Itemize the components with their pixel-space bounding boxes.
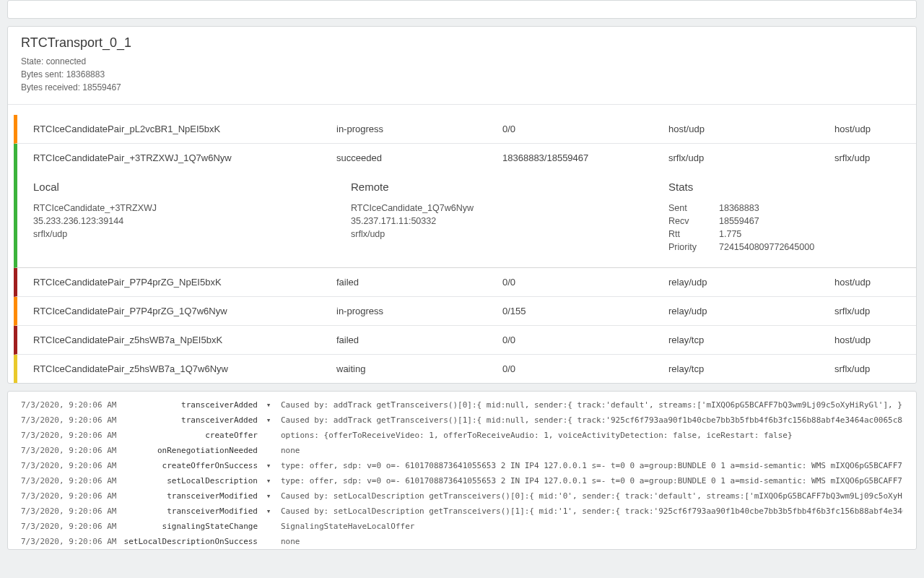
stat-val: 18368883 — [719, 202, 916, 215]
log-kind: transceiverModified — [121, 491, 258, 501]
pair-state: in-progress — [336, 124, 502, 134]
log-timestamp: 7/3/2020, 9:20:06 AM — [21, 506, 115, 516]
log-timestamp: 7/3/2020, 9:20:06 AM — [21, 537, 115, 546]
stat-val: 1.775 — [719, 228, 916, 241]
remote-candidate-type: srflx/udp — [351, 228, 668, 241]
stats-block: Stats Sent 18368883 Recv 18559467 Rtt 1.… — [668, 181, 916, 254]
pair-bytes: 0/0 — [502, 363, 668, 374]
pair-name: RTCIceCandidatePair_z5hsWB7a_1Q7w6Nyw — [33, 363, 336, 374]
pair-name: RTCIceCandidatePair_P7P4prZG_1Q7w6Nyw — [33, 306, 336, 316]
log-kind: createOffer — [121, 431, 258, 440]
log-row[interactable]: 7/3/2020, 9:20:06 AMcreateOfferOnSuccess… — [21, 458, 903, 473]
transport-card: RTCTransport_0_1 State: connected Bytes … — [7, 26, 917, 384]
pair-local-type: host/udp — [668, 124, 834, 134]
log-row: 7/3/2020, 9:20:06 AMsetLocalDescriptionO… — [21, 534, 903, 549]
pair-bytes: 0/0 — [502, 124, 668, 134]
candidate-pair-row[interactable]: RTCIceCandidatePair_+3TRZXWJ_1Q7w6Nyw su… — [14, 144, 916, 172]
transport-header: RTCTransport_0_1 State: connected Bytes … — [8, 27, 916, 105]
remote-candidate-name: RTCIceCandidate_1Q7w6Nyw — [351, 202, 668, 215]
top-empty-card — [7, 0, 917, 19]
log-row[interactable]: 7/3/2020, 9:20:06 AMtransceiverModified▾… — [21, 504, 903, 519]
log-detail: options: {offerToReceiveVideo: 1, offerT… — [281, 431, 903, 440]
candidate-pair-row[interactable]: RTCIceCandidatePair_pL2vcBR1_NpEI5bxK in… — [14, 115, 916, 144]
log-row: 7/3/2020, 9:20:06 AMonRenegotiationNeede… — [21, 443, 903, 458]
log-row[interactable]: 7/3/2020, 9:20:06 AMtransceiverAdded▾Cau… — [21, 413, 903, 428]
pair-bytes: 0/0 — [502, 335, 668, 345]
log-detail: SignalingStateHaveLocalOffer — [281, 522, 903, 531]
local-title: Local — [33, 181, 351, 193]
pair-local-type: srflx/udp — [668, 152, 834, 163]
log-timestamp: 7/3/2020, 9:20:06 AM — [21, 431, 115, 440]
pair-local-type: relay/udp — [668, 306, 834, 316]
candidate-pair-row[interactable]: RTCIceCandidatePair_P7P4prZG_1Q7w6Nyw in… — [14, 297, 916, 326]
local-candidate: Local RTCIceCandidate_+3TRZXWJ 35.233.23… — [33, 181, 351, 254]
pair-remote-type: host/udp — [834, 277, 916, 288]
log-detail: type: offer, sdp: v=0 o=- 61017088736410… — [281, 476, 903, 486]
transport-state: State: connected — [21, 55, 903, 68]
pair-state: succeeded — [336, 152, 502, 163]
pair-state: failed — [336, 277, 502, 288]
log-kind: setLocalDescription — [121, 476, 258, 486]
log-detail: none — [281, 537, 903, 546]
pair-remote-type: host/udp — [834, 124, 916, 134]
pair-name: RTCIceCandidatePair_+3TRZXWJ_1Q7w6Nyw — [33, 152, 336, 163]
candidate-pair-detail: Local RTCIceCandidate_+3TRZXWJ 35.233.23… — [14, 172, 916, 268]
candidate-pair-row[interactable]: RTCIceCandidatePair_z5hsWB7a_NpEI5bxK fa… — [14, 326, 916, 355]
local-candidate-addr: 35.233.236.123:39144 — [33, 215, 351, 228]
event-log[interactable]: 7/3/2020, 9:20:06 AMtransceiverAdded▾Cau… — [7, 391, 917, 550]
stat-val: 18559467 — [719, 215, 916, 228]
pair-state: waiting — [336, 363, 502, 374]
log-kind: transceiverAdded — [121, 400, 258, 410]
transport-title: RTCTransport_0_1 — [21, 35, 903, 51]
log-row: 7/3/2020, 9:20:06 AMsignalingStateChange… — [21, 519, 903, 534]
pair-state: in-progress — [336, 306, 502, 316]
log-kind: signalingStateChange — [121, 522, 258, 531]
local-candidate-type: srflx/udp — [33, 228, 351, 241]
log-detail: type: offer, sdp: v=0 o=- 61017088736410… — [281, 461, 903, 470]
log-timestamp: 7/3/2020, 9:20:06 AM — [21, 522, 115, 531]
log-row: 7/3/2020, 9:20:06 AMcreateOfferoptions: … — [21, 428, 903, 443]
stat-key: Priority — [668, 241, 719, 254]
chevron-down-icon[interactable]: ▾ — [263, 400, 274, 410]
pair-state: failed — [336, 335, 502, 345]
stats-title: Stats — [668, 181, 916, 193]
log-detail: none — [281, 446, 903, 455]
pair-name: RTCIceCandidatePair_pL2vcBR1_NpEI5bxK — [33, 124, 336, 134]
transport-bytes-received: Bytes received: 18559467 — [21, 81, 903, 94]
local-candidate-name: RTCIceCandidate_+3TRZXWJ — [33, 202, 351, 215]
pair-bytes: 18368883/18559467 — [502, 152, 668, 163]
transport-bytes-sent: Bytes sent: 18368883 — [21, 68, 903, 81]
log-kind: transceiverModified — [121, 506, 258, 516]
log-row[interactable]: 7/3/2020, 9:20:06 AMtransceiverModified▾… — [21, 488, 903, 504]
log-row[interactable]: 7/3/2020, 9:20:06 AMtransceiverAdded▾Cau… — [21, 397, 903, 413]
stat-key: Sent — [668, 202, 719, 215]
candidate-pair-row[interactable]: RTCIceCandidatePair_P7P4prZG_NpEI5bxK fa… — [14, 268, 916, 297]
log-detail: Caused by: addTrack getTransceivers()[0]… — [281, 400, 903, 410]
pair-local-type: relay/tcp — [668, 335, 834, 345]
stat-val: 7241540809772645000 — [719, 241, 916, 254]
stat-key: Rtt — [668, 228, 719, 241]
chevron-down-icon[interactable]: ▾ — [263, 461, 274, 470]
pair-remote-type: srflx/udp — [834, 363, 916, 374]
log-timestamp: 7/3/2020, 9:20:06 AM — [21, 491, 115, 501]
pair-local-type: relay/tcp — [668, 363, 834, 374]
log-timestamp: 7/3/2020, 9:20:06 AM — [21, 400, 115, 410]
log-timestamp: 7/3/2020, 9:20:06 AM — [21, 476, 115, 486]
pair-name: RTCIceCandidatePair_P7P4prZG_NpEI5bxK — [33, 277, 336, 288]
log-row[interactable]: 7/3/2020, 9:20:06 AMsetLocalDescription▾… — [21, 473, 903, 488]
candidate-pair-row[interactable]: RTCIceCandidatePair_z5hsWB7a_1Q7w6Nyw wa… — [14, 355, 916, 383]
pair-bytes: 0/155 — [502, 306, 668, 316]
log-timestamp: 7/3/2020, 9:20:06 AM — [21, 446, 115, 455]
chevron-down-icon[interactable]: ▾ — [263, 491, 274, 501]
log-kind: setLocalDescriptionOnSuccess — [121, 537, 258, 546]
chevron-down-icon[interactable]: ▾ — [263, 506, 274, 516]
log-timestamp: 7/3/2020, 9:20:06 AM — [21, 461, 115, 470]
remote-candidate-addr: 35.237.171.11:50332 — [351, 215, 668, 228]
log-kind: onRenegotiationNeeded — [121, 446, 258, 455]
pair-local-type: relay/udp — [668, 277, 834, 288]
pair-remote-type: srflx/udp — [834, 152, 916, 163]
chevron-down-icon[interactable]: ▾ — [263, 476, 274, 486]
log-detail: Caused by: setLocalDescription getTransc… — [281, 506, 903, 516]
remote-title: Remote — [351, 181, 668, 193]
chevron-down-icon[interactable]: ▾ — [263, 415, 274, 425]
